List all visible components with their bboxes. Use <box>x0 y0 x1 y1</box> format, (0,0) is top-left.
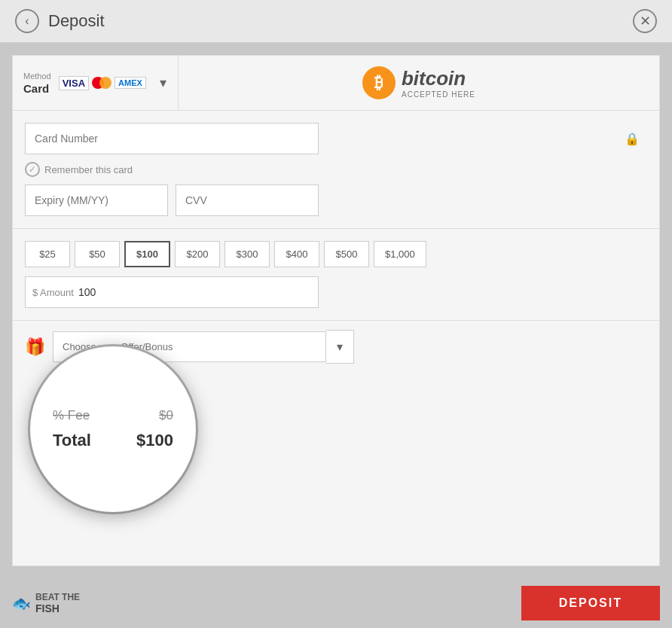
deposit-button[interactable]: DEPOSIT <box>521 586 660 620</box>
mag-fee-row: % Fee $0 <box>53 408 173 423</box>
method-label: Method <box>23 72 51 81</box>
preset-200[interactable]: $200 <box>175 241 220 267</box>
bitcoin-section: ₿ bitcoin ACCEPTED HERE <box>179 56 659 110</box>
card-form-section: 🔒 ✓ Remember this card <box>13 111 659 229</box>
mag-total-value: $100 <box>136 431 173 450</box>
amex-logo: AMEX <box>115 77 146 89</box>
lock-icon: 🔒 <box>625 132 640 146</box>
preset-500[interactable]: $500 <box>324 241 369 267</box>
back-button[interactable]: ‹ <box>15 9 39 33</box>
close-button[interactable]: ✕ <box>633 9 657 33</box>
method-dropdown-arrow: ▾ <box>160 75 166 91</box>
mag-total-row: Total $100 <box>53 431 173 450</box>
preset-amounts: $25 $50 $100 $200 $300 $400 $500 $1,000 <box>25 241 647 267</box>
fish-icon: 🐟 <box>12 594 31 612</box>
remember-card-row: ✓ Remember this card <box>25 162 647 177</box>
mastercard-logo <box>92 76 111 90</box>
bitcoin-logo: ₿ bitcoin ACCEPTED HERE <box>362 66 475 99</box>
mag-total-label: Total <box>53 431 91 450</box>
card-logos: VISA AMEX <box>59 76 146 90</box>
preset-1000[interactable]: $1,000 <box>374 241 426 267</box>
card-number-wrapper: 🔒 <box>25 123 647 154</box>
amount-input-wrapper: $ Amount <box>25 276 319 308</box>
footer-left: 🐟 BEAT THE FISH <box>12 592 521 614</box>
method-name: Card <box>23 82 51 95</box>
preset-100[interactable]: $100 <box>124 241 170 267</box>
remember-card-label: Remember this card <box>44 164 133 175</box>
bitcoin-sub: ACCEPTED HERE <box>402 90 475 99</box>
btf-text: BEAT THE FISH <box>35 592 80 614</box>
mag-fee-value: $0 <box>159 408 173 423</box>
expiry-input[interactable] <box>25 184 168 216</box>
btf-fish-label: FISH <box>35 602 80 614</box>
magnifier-overlay: % Fee $0 Total $100 <box>30 346 196 512</box>
amount-label: $ Amount <box>32 287 74 298</box>
bonus-dropdown-arrow[interactable]: ▾ <box>326 330 354 364</box>
amount-section: $25 $50 $100 $200 $300 $400 $500 $1,000 … <box>13 229 659 321</box>
gift-icon: 🎁 <box>25 337 45 357</box>
expiry-cvv-row <box>25 184 647 216</box>
preset-50[interactable]: $50 <box>75 241 120 267</box>
magnifier-content: % Fee $0 Total $100 <box>30 401 196 458</box>
preset-25[interactable]: $25 <box>25 241 70 267</box>
method-row: Method Card VISA AMEX ▾ ₿ <box>13 56 659 111</box>
modal-title: Deposit <box>48 11 105 31</box>
preset-400[interactable]: $400 <box>274 241 319 267</box>
preset-300[interactable]: $300 <box>225 241 270 267</box>
visa-logo: VISA <box>59 76 89 90</box>
method-selector[interactable]: Method Card VISA AMEX ▾ <box>13 56 179 110</box>
bitcoin-circle-icon: ₿ <box>362 66 396 99</box>
btf-beat-label: BEAT THE <box>35 592 80 602</box>
cvv-input[interactable] <box>176 184 319 216</box>
bitcoin-name: bitcoin <box>402 67 475 90</box>
mag-fee-label: % Fee <box>53 408 90 423</box>
beat-the-fish-logo: 🐟 BEAT THE FISH <box>12 592 80 614</box>
card-number-input[interactable] <box>25 123 319 154</box>
modal-header: ‹ Deposit ✕ <box>0 0 672 43</box>
remember-check-icon: ✓ <box>25 162 40 177</box>
modal-footer: 🐟 BEAT THE FISH DEPOSIT <box>0 578 672 628</box>
